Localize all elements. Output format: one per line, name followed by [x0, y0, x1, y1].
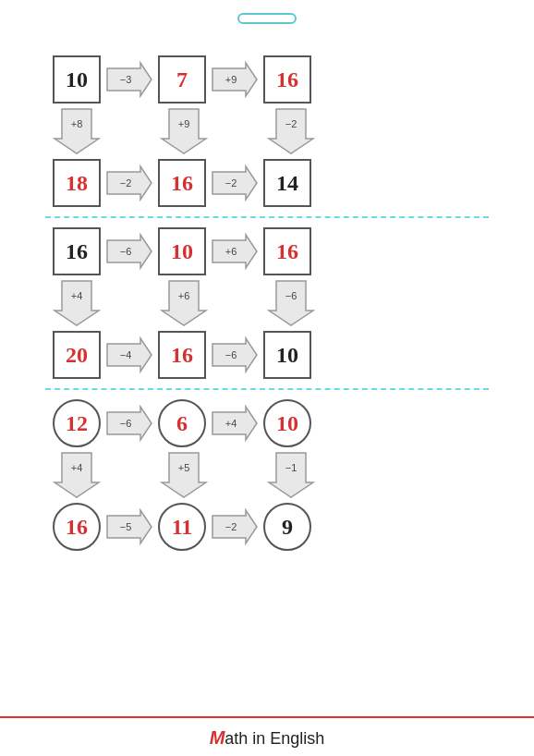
footer: Math in English — [0, 716, 534, 756]
svg-text:−6: −6 — [285, 290, 297, 301]
h-arrow: −4 — [105, 336, 153, 373]
number-box: 7 — [158, 55, 206, 104]
sections-container: 10 −3 7 +9 16 +8 +9 −2 18 −2 16 — [27, 52, 507, 558]
number-circle: 12 — [53, 399, 101, 447]
v-arrow: +9 — [160, 107, 208, 155]
v-arrow: +4 — [53, 279, 101, 327]
footer-brand: Math in English — [210, 729, 325, 748]
flow-row: 12 −6 6 +4 10 — [27, 399, 507, 447]
h-arrow: −6 — [105, 405, 153, 442]
svg-text:−6: −6 — [120, 246, 132, 257]
footer-brand-m: M — [210, 727, 225, 748]
svg-marker-34 — [162, 453, 206, 497]
svg-text:−4: −4 — [120, 349, 132, 360]
number-box: 16 — [263, 55, 311, 104]
vertical-row: +4 +5 −1 — [27, 451, 507, 499]
number-box: 10 — [158, 227, 206, 275]
number-circle: 16 — [53, 503, 101, 551]
number-circle: 9 — [263, 503, 311, 551]
svg-text:−2: −2 — [120, 177, 132, 189]
svg-text:+4: +4 — [71, 462, 83, 473]
h-arrow: −2 — [211, 165, 259, 201]
v-arrow: −6 — [267, 279, 315, 327]
number-circle: 11 — [158, 503, 206, 551]
svg-text:+8: +8 — [71, 118, 83, 129]
section: 12 −6 6 +4 10 +4 +5 −1 16 −5 11 — [27, 399, 507, 551]
svg-text:−5: −5 — [120, 521, 132, 532]
number-box: 18 — [53, 159, 101, 207]
vertical-spacer — [211, 279, 264, 327]
svg-text:−2: −2 — [225, 177, 237, 189]
number-box: 10 — [263, 331, 311, 379]
v-arrow: +8 — [53, 107, 101, 155]
number-box: 16 — [158, 331, 206, 379]
number-circle: 10 — [263, 399, 311, 447]
vertical-row: +4 +6 −6 — [27, 279, 507, 327]
svg-marker-4 — [55, 109, 99, 153]
number-circle: 6 — [158, 399, 206, 447]
svg-text:+9: +9 — [225, 74, 237, 85]
vertical-spacer — [103, 451, 157, 499]
flow-row: 18 −2 16 −2 14 — [27, 159, 507, 207]
flow-row: 16 −6 10 +6 16 — [27, 227, 507, 275]
section-divider — [45, 388, 489, 390]
svg-text:−6: −6 — [120, 418, 132, 429]
v-arrow: +4 — [53, 451, 101, 499]
number-box: 16 — [158, 159, 206, 207]
svg-text:+4: +4 — [71, 290, 83, 301]
svg-text:+5: +5 — [178, 462, 190, 473]
h-arrow: −3 — [105, 61, 153, 98]
h-arrow: +9 — [211, 61, 259, 98]
h-arrow: −2 — [211, 508, 259, 545]
number-box: 16 — [53, 227, 101, 275]
v-arrow: +5 — [160, 451, 208, 499]
vertical-spacer — [211, 107, 264, 155]
v-arrow: −1 — [267, 451, 315, 499]
svg-text:−1: −1 — [285, 462, 297, 473]
section: 16 −6 10 +6 16 +4 +6 −6 20 −4 16 — [27, 227, 507, 379]
vertical-spacer — [103, 107, 157, 155]
vertical-spacer — [103, 279, 157, 327]
svg-text:+6: +6 — [178, 290, 190, 301]
section-divider — [45, 216, 489, 218]
svg-text:+6: +6 — [225, 246, 237, 257]
h-arrow: −6 — [105, 233, 153, 270]
svg-marker-20 — [162, 281, 206, 325]
svg-marker-32 — [55, 453, 99, 497]
svg-text:−3: −3 — [120, 74, 132, 85]
number-box: 10 — [53, 55, 101, 104]
svg-text:+4: +4 — [225, 418, 237, 429]
flow-row: 16 −5 11 −2 9 — [27, 503, 507, 551]
number-box: 20 — [53, 331, 101, 379]
svg-marker-8 — [269, 109, 313, 153]
flow-row: 10 −3 7 +9 16 — [27, 55, 507, 104]
number-box: 14 — [263, 159, 311, 207]
number-box: 16 — [263, 227, 311, 275]
vertical-row: +8 +9 −2 — [27, 107, 507, 155]
flow-row: 20 −4 16 −6 10 — [27, 331, 507, 379]
h-arrow: +4 — [211, 405, 259, 442]
h-arrow: −6 — [211, 336, 259, 373]
h-arrow: −5 — [105, 508, 153, 545]
svg-text:−6: −6 — [225, 349, 237, 360]
vertical-spacer — [211, 451, 264, 499]
h-arrow: +6 — [211, 233, 259, 270]
section: 10 −3 7 +9 16 +8 +9 −2 18 −2 16 — [27, 55, 507, 207]
h-arrow: −2 — [105, 165, 153, 201]
svg-marker-6 — [162, 109, 206, 153]
svg-marker-22 — [269, 281, 313, 325]
title-box — [237, 13, 297, 24]
svg-text:+9: +9 — [178, 118, 190, 129]
v-arrow: −2 — [267, 107, 315, 155]
svg-marker-18 — [55, 281, 99, 325]
v-arrow: +6 — [160, 279, 208, 327]
svg-text:−2: −2 — [225, 521, 237, 532]
svg-marker-36 — [269, 453, 313, 497]
svg-text:−2: −2 — [285, 118, 297, 129]
